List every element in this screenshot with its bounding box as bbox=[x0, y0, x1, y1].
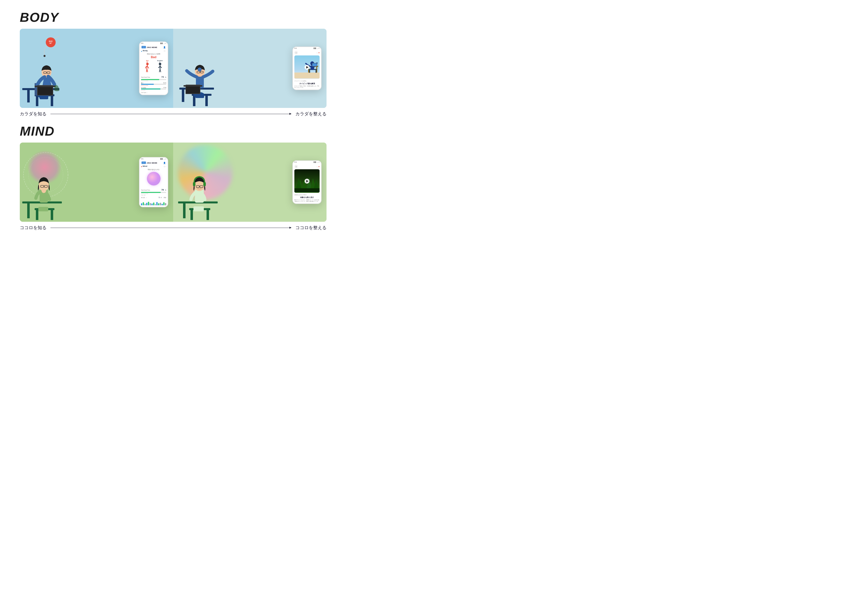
svg-rect-68 bbox=[191, 210, 193, 220]
good-sub-mind: Good 5 min 18 s bbox=[141, 193, 166, 194]
bar-item bbox=[165, 203, 166, 205]
bar-item bbox=[157, 202, 158, 205]
heart-icon-mind: ♥ bbox=[318, 165, 319, 168]
info-icon-body: ⓘ bbox=[164, 50, 165, 52]
battery-icon-right: ▭ bbox=[318, 48, 319, 49]
mind-title: MIND bbox=[20, 124, 327, 138]
svg-rect-55 bbox=[51, 210, 53, 220]
back-button-body-right[interactable]: ‹ bbox=[294, 51, 298, 54]
svg-rect-26 bbox=[193, 96, 195, 106]
wifi-icon-right: ◡ bbox=[317, 48, 318, 49]
bar-item bbox=[158, 204, 159, 205]
body-figures-row: Bad 30° bbox=[141, 60, 166, 73]
sitting-label-row: 座り 51 % bbox=[141, 82, 166, 84]
bar-item bbox=[146, 203, 147, 205]
svg-rect-50 bbox=[314, 67, 315, 67]
svg-rect-85 bbox=[294, 188, 319, 192]
status-bar-mind-right: 9:41 ▌▌▌ ◡ ▭ bbox=[293, 161, 321, 163]
svg-rect-76 bbox=[193, 182, 195, 186]
body-subtitle: 現在のあなたの姿勢 bbox=[141, 53, 166, 55]
page-wrapper: BODY bbox=[0, 0, 346, 247]
tgt-label-body: Total Good Time bbox=[141, 76, 150, 78]
bar-item bbox=[163, 202, 164, 205]
standing-sub: Good 10 s bbox=[141, 90, 166, 91]
svg-rect-27 bbox=[205, 96, 208, 106]
mind-left-panel: 9:41 ▌▌▌ ◡ ▭ ≡ JINS MEME 👤 bbox=[20, 143, 173, 222]
body-arrow bbox=[50, 114, 291, 114]
depth-label: 深入度 bbox=[141, 197, 145, 198]
info-icon-mind: ⓘ bbox=[164, 165, 165, 168]
mind-left-phone: 9:41 ▌▌▌ ◡ ▭ ≡ JINS MEME 👤 bbox=[139, 157, 168, 207]
svg-rect-52 bbox=[27, 204, 30, 218]
body-panel: BAD 30° 9:41 ▌▌▌ ◡ ▭ bbox=[20, 29, 327, 108]
clear-sub-mind: Clear 90% bbox=[141, 194, 166, 196]
bar-item bbox=[141, 204, 142, 205]
body-right-panel: 9:41 ▌▌▌ ◡ ▭ ‹ ○ ♥ bbox=[173, 29, 327, 108]
mind-right-content-image bbox=[294, 169, 319, 193]
body-status-bad: Bad bbox=[141, 56, 166, 59]
sitting-sub: Good 4 min 30 s bbox=[141, 85, 166, 86]
phone-right-top-icons-mind: ○ ♥ bbox=[316, 165, 319, 168]
bar-item bbox=[160, 203, 161, 205]
status-bar-body-right: 9:41 ▌▌▌ ◡ ▭ bbox=[293, 47, 321, 50]
body-good-posture-illustration bbox=[176, 31, 235, 108]
chevron-right-body: › bbox=[166, 50, 166, 52]
clock-icon: ○ bbox=[316, 51, 318, 54]
mind-subtitle: 現在のあなたの心 bbox=[141, 169, 166, 171]
body-right-content-image bbox=[294, 56, 319, 79]
mind-right-panel: 9:41 ▌▌▌ ◡ ▭ ‹ ○ ♥ bbox=[173, 143, 327, 222]
bad-posture-badge: BAD 30° bbox=[46, 37, 56, 47]
svg-rect-24 bbox=[182, 90, 184, 102]
depth-duration: 12分 bbox=[164, 197, 166, 198]
signal-mind-left: ▌▌▌ bbox=[160, 158, 163, 160]
sitting-value: 51 bbox=[164, 82, 165, 84]
mind-section: MIND bbox=[20, 124, 327, 231]
sitting-label: 座り bbox=[141, 82, 144, 84]
phone-right-top-icons: ○ ♥ bbox=[316, 51, 319, 54]
bad-figure: Bad 30° bbox=[145, 60, 150, 73]
mind-right-caption: ココロを整える bbox=[295, 225, 327, 231]
content-desc-jp-body: タイピングで疲れた手首や、長時間の姿勢による、手首のメンテナンスです。 bbox=[294, 85, 319, 88]
body-left-caption: カラダを知る bbox=[20, 111, 46, 117]
mind-orb-container bbox=[141, 172, 166, 186]
body-section: BODY bbox=[20, 10, 327, 117]
bad-posture-figure-small bbox=[145, 63, 150, 72]
svg-rect-49 bbox=[312, 63, 317, 67]
good-sub-body: Good 4 min 43 s bbox=[141, 80, 166, 81]
body-title: BODY bbox=[20, 10, 327, 25]
play-button-body-right[interactable] bbox=[304, 65, 310, 70]
lifestyle-label: Life Style ⓘ bbox=[141, 92, 166, 93]
svg-rect-14 bbox=[35, 85, 56, 87]
chevron-right-mind: › bbox=[166, 165, 166, 168]
svg-rect-38 bbox=[184, 85, 202, 87]
bar-item bbox=[161, 204, 163, 205]
total-good-time-body: Total Good Time 73 % bbox=[141, 74, 166, 79]
heart-section-icon: ♥ bbox=[141, 165, 142, 168]
play-button-mind-right[interactable] bbox=[304, 179, 310, 183]
svg-point-62 bbox=[42, 188, 46, 193]
body-left-phone: 9:41 ▌▌▌ ◡ ▭ ≡ JINS MEME 👤 bbox=[139, 42, 168, 95]
depth-row: 深入度 ⓘ 1 回 12分 bbox=[141, 196, 166, 198]
content-desc-jp-mind: 怒れやストレスなどから、感情的になっている自分を落ち着かせてメンテナンス。気持ち… bbox=[294, 199, 319, 202]
bar-item bbox=[155, 204, 156, 205]
body-section-label: Body bbox=[143, 50, 148, 52]
bar-item bbox=[143, 202, 144, 205]
clock-icon-mind: ○ bbox=[316, 165, 318, 168]
svg-rect-70 bbox=[194, 207, 204, 211]
svg-point-35 bbox=[198, 68, 202, 72]
svg-rect-39 bbox=[294, 73, 319, 78]
sitting-row: 座り 51 % Good 4 min 30 s bbox=[141, 82, 166, 86]
svg-rect-54 bbox=[36, 210, 38, 220]
depth-unit: 回 bbox=[161, 197, 162, 198]
back-button-mind-right[interactable]: ‹ bbox=[294, 165, 298, 168]
body-right-caption: カラダを整える bbox=[295, 111, 327, 117]
content-pre-jp-body: デスクワークの合間に bbox=[294, 80, 319, 82]
body-caption-row: カラダを知る カラダを整える bbox=[20, 111, 327, 117]
tgt-label-mind: Total Good Time bbox=[141, 189, 150, 191]
jins-logo-body-left: JINS MEME bbox=[147, 46, 157, 48]
bar-item bbox=[148, 202, 149, 205]
svg-rect-56 bbox=[38, 207, 48, 211]
svg-rect-69 bbox=[206, 210, 209, 220]
tgt-value-body: 73 bbox=[161, 76, 164, 78]
content-title-jp-mind: 冷静さを取り戻す bbox=[294, 196, 319, 199]
